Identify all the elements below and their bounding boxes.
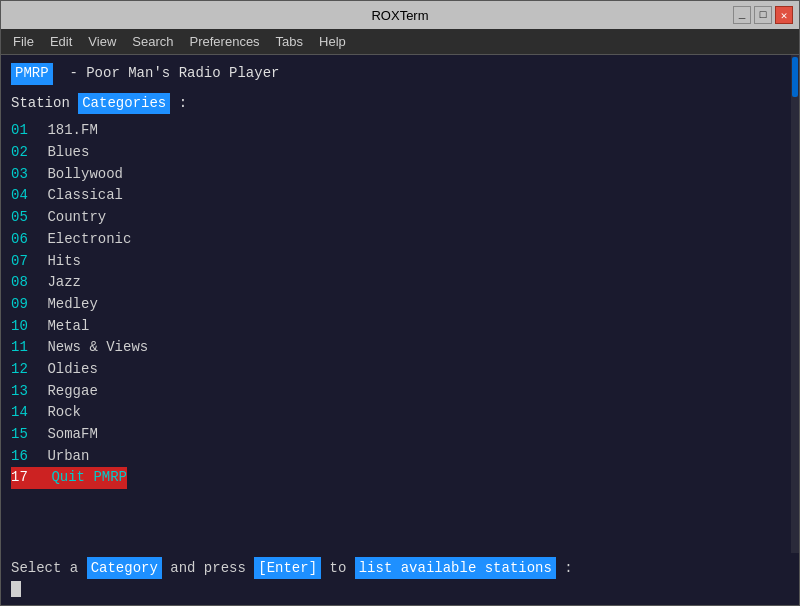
window-title: ROXTerm — [67, 8, 733, 23]
bottom-text-4: : — [556, 557, 573, 579]
list-item[interactable]: 09 Medley — [11, 294, 789, 316]
bottom-text-3: to — [321, 557, 355, 579]
list-item[interactable]: 04 Classical — [11, 185, 789, 207]
bottom-text-1: Select a — [11, 557, 87, 579]
pmrp-line: PMRP - Poor Man's Radio Player — [11, 63, 789, 85]
pmrp-badge: PMRP — [11, 63, 53, 85]
station-label: Station — [11, 93, 78, 115]
menu-view[interactable]: View — [80, 32, 124, 51]
bottom-bar: Select a Category and press [Enter] to l… — [1, 553, 799, 605]
categories-badge: Categories — [78, 93, 170, 115]
title-bar: ROXTerm _ □ ✕ — [1, 1, 799, 29]
list-item[interactable]: 01 181.FM — [11, 120, 789, 142]
list-item[interactable]: 02 Blues — [11, 142, 789, 164]
scrollbar[interactable] — [791, 55, 799, 553]
window-controls: _ □ ✕ — [733, 6, 793, 24]
menu-preferences[interactable]: Preferences — [182, 32, 268, 51]
scrollbar-thumb[interactable] — [792, 57, 798, 97]
list-item[interactable]: 14 Rock — [11, 402, 789, 424]
list-item[interactable]: 15 SomaFM — [11, 424, 789, 446]
minimize-button[interactable]: _ — [733, 6, 751, 24]
list-item[interactable]: 16 Urban — [11, 446, 789, 468]
close-button[interactable]: ✕ — [775, 6, 793, 24]
main-window: ROXTerm _ □ ✕ File Edit View Search Pref… — [0, 0, 800, 606]
menu-edit[interactable]: Edit — [42, 32, 80, 51]
bottom-instruction: Select a Category and press [Enter] to l… — [11, 557, 789, 579]
list-item[interactable]: 08 Jazz — [11, 272, 789, 294]
menu-tabs[interactable]: Tabs — [268, 32, 311, 51]
list-item[interactable]: 17 Quit PMRP — [11, 467, 789, 489]
station-line: Station Categories : — [11, 93, 789, 115]
list-item[interactable]: 10 Metal — [11, 316, 789, 338]
enter-badge: [Enter] — [254, 557, 321, 579]
cursor-line — [11, 581, 789, 597]
terminal-area: PMRP - Poor Man's Radio Player Station C… — [1, 55, 799, 553]
pmrp-description: - Poor Man's Radio Player — [53, 63, 280, 85]
list-item[interactable]: 05 Country — [11, 207, 789, 229]
entries-list: 01 181.FM02 Blues03 Bollywood04 Classica… — [11, 120, 789, 489]
list-item[interactable]: 11 News & Views — [11, 337, 789, 359]
menu-file[interactable]: File — [5, 32, 42, 51]
list-item[interactable]: 07 Hits — [11, 251, 789, 273]
category-badge: Category — [87, 557, 162, 579]
list-item[interactable]: 06 Electronic — [11, 229, 789, 251]
menu-bar: File Edit View Search Preferences Tabs H… — [1, 29, 799, 55]
list-item[interactable]: 13 Reggae — [11, 381, 789, 403]
list-item[interactable]: 03 Bollywood — [11, 164, 789, 186]
list-item[interactable]: 12 Oldies — [11, 359, 789, 381]
station-colon: : — [170, 93, 187, 115]
menu-help[interactable]: Help — [311, 32, 354, 51]
terminal-cursor — [11, 581, 21, 597]
list-badge: list available stations — [355, 557, 556, 579]
bottom-text-2: and press — [162, 557, 254, 579]
maximize-button[interactable]: □ — [754, 6, 772, 24]
menu-search[interactable]: Search — [124, 32, 181, 51]
